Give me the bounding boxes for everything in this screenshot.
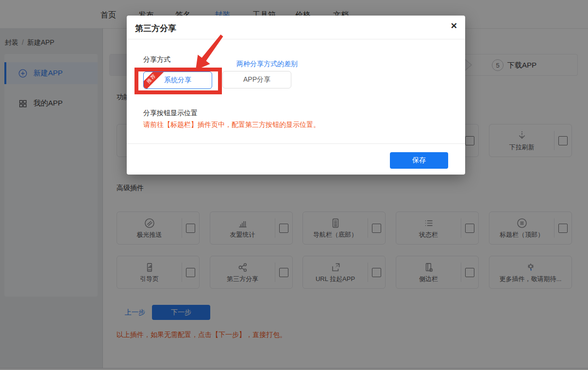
modal-footer-divider xyxy=(127,143,465,144)
save-button[interactable]: 保存 xyxy=(390,152,448,169)
close-icon[interactable]: ✕ xyxy=(451,22,457,30)
modal-title: 第三方分享 xyxy=(135,23,176,34)
app-share-option[interactable]: APP分享 xyxy=(222,71,291,88)
share-method-diff-link[interactable]: 两种分享方式的差别 xyxy=(236,60,298,69)
share-button-position-note: 请前往【标题栏】插件页中，配置第三方按钮的显示位置。 xyxy=(143,121,320,129)
app-packaging-page: 首页 发布 签名 封装 工具箱 价格 文档 封装/新建APP 新建APP 我的A… xyxy=(0,0,588,370)
modal-header-divider xyxy=(127,39,465,39)
app-share-label: APP分享 xyxy=(243,75,270,83)
system-share-option[interactable]: 推荐 系统分享 xyxy=(143,71,212,89)
system-share-label: 系统分享 xyxy=(164,76,191,84)
share-button-position-label: 分享按钮显示位置 xyxy=(143,109,198,118)
third-party-share-modal: 第三方分享 ✕ 分享方式 两种分享方式的差别 推荐 系统分享 APP分享 分享按… xyxy=(127,16,465,175)
share-method-label: 分享方式 xyxy=(143,55,170,64)
